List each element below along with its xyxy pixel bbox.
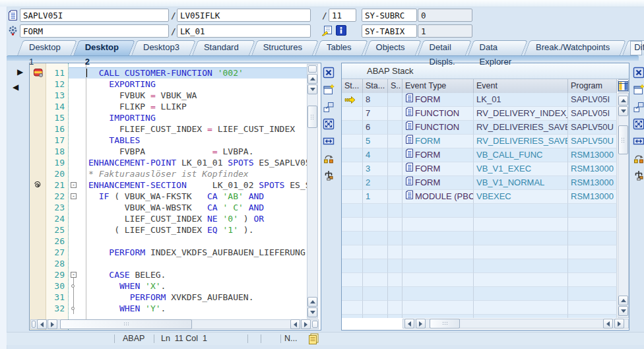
code-line-23[interactable]: 23 VBUK_WA-WBSTK CA ' C' AND <box>30 202 307 213</box>
tab-detail-displs[interactable]: Detail Displs. <box>418 40 466 55</box>
status-document-icon[interactable] <box>307 333 320 347</box>
line-margin[interactable] <box>30 79 46 90</box>
code-text[interactable]: WHEN 'X'. <box>79 280 307 292</box>
editor-scroll-down-button-bottom[interactable] <box>307 307 317 317</box>
tab-break-watchpoints[interactable]: Break./Watchpoints <box>524 40 620 55</box>
code-text[interactable]: ENHANCEMENT-POINT LK_01_01 SPOTS ES_SAPL… <box>79 157 307 168</box>
code-line-26[interactable]: 26 <box>30 236 307 247</box>
code-text[interactable] <box>79 258 307 269</box>
line-margin[interactable] <box>30 168 46 179</box>
fit-width-icon[interactable] <box>323 135 335 147</box>
code-text[interactable]: FLIKP = LLIKP <box>79 101 307 112</box>
fold-marker[interactable] <box>69 303 79 314</box>
detach-window-icon[interactable] <box>633 101 644 113</box>
line-margin[interactable] <box>30 269 46 280</box>
editor-scroll-right-button-right[interactable] <box>301 319 311 329</box>
include-field[interactable] <box>177 9 311 22</box>
fold-marker[interactable] <box>69 280 79 292</box>
code-line-32[interactable]: 32 WHEN 'Y'. <box>30 303 307 314</box>
fold-marker[interactable] <box>69 292 79 303</box>
code-text[interactable]: PERFORM XVKDFS_AUFBAUEN. <box>79 292 307 303</box>
code-line-28[interactable]: 28 <box>30 258 307 269</box>
editor-scroll-left-button[interactable] <box>37 319 47 329</box>
stack-row-level-5[interactable]: 5FORMRV_DELIVERIES_SAVESAPLV50U <box>342 135 617 148</box>
enhancement-spiral-icon[interactable] <box>30 179 46 191</box>
new-session-icon[interactable] <box>633 84 644 96</box>
editor-vscroll-thumb[interactable] <box>307 106 317 128</box>
stack-scroll-right-button-right[interactable] <box>614 319 624 329</box>
maximize-panel-icon[interactable] <box>323 118 335 130</box>
sysvar-name-field[interactable] <box>362 9 417 22</box>
code-text[interactable]: VBUK_WA-WBSTK CA ' C' AND <box>79 202 307 213</box>
stack-row-level-8[interactable]: 8FORMLK_01SAPLV05I <box>342 93 617 107</box>
stack-scroll-left-button-right[interactable] <box>603 319 613 329</box>
code-line-18[interactable]: 18 FVBPA = LVBPA. <box>30 146 307 157</box>
code-line-11[interactable]: 11 CALL CUSTOMER-FUNCTION '002' <box>30 67 307 79</box>
line-margin[interactable] <box>30 247 46 258</box>
code-line-17[interactable]: 17 TABLES <box>30 135 307 146</box>
tab-desktop-1[interactable]: Desktop 1 <box>17 40 71 55</box>
new-session-icon[interactable] <box>323 84 335 96</box>
line-margin[interactable] <box>30 303 46 314</box>
line-margin[interactable] <box>30 146 46 157</box>
stack-hscroll-thumb[interactable] <box>430 319 460 329</box>
code-text[interactable]: PERFORM INDEX_VKDFS_AUFBAUEN_LIEFERUNG. <box>79 247 307 258</box>
code-text[interactable] <box>79 236 307 247</box>
stack-scroll-right-button[interactable] <box>416 319 426 329</box>
line-margin[interactable] <box>30 213 46 224</box>
code-line-22[interactable]: 22- IF ( VBUK_WA-FKSTK CA 'AB' AND <box>30 191 307 202</box>
code-line-20[interactable]: 20* Fakturaauslöser ist Kopfindex <box>30 168 307 179</box>
editor-scroll-right-button[interactable] <box>48 319 57 329</box>
line-margin[interactable] <box>30 123 46 135</box>
tab-desktop-2[interactable]: Desktop 2 <box>73 40 129 55</box>
code-line-25[interactable]: 25 ( LIEF_CUST_INDEX EQ '1' ). <box>30 224 307 236</box>
stack-scroll-up-button[interactable] <box>618 96 628 106</box>
code-line-30[interactable]: 30 WHEN 'X'. <box>30 280 307 292</box>
stack-column-header-5[interactable]: Event <box>474 79 568 93</box>
line-margin[interactable] <box>30 292 46 303</box>
stack-column-header-3[interactable]: S.. <box>388 79 402 93</box>
editor-scroll-down-button[interactable] <box>307 84 317 94</box>
editor-scroll-up-button[interactable] <box>307 74 317 84</box>
stack-hscrollbar[interactable] <box>402 319 629 329</box>
fit-width-icon[interactable] <box>633 135 644 147</box>
swap-content-icon[interactable] <box>633 152 644 164</box>
navigate-icon[interactable] <box>321 25 333 39</box>
line-margin[interactable] <box>30 280 46 292</box>
code-text[interactable]: FVBUK = VBUK_WA <box>79 90 307 101</box>
line-margin[interactable] <box>30 202 46 213</box>
code-text[interactable]: LIEF_CUST_INDEX NE '0' ) OR <box>79 213 307 224</box>
info-icon[interactable] <box>336 25 346 38</box>
nav-forward-triangle-icon[interactable]: ▶ <box>17 67 23 77</box>
stack-row-level-1[interactable]: 1MODULE (PBO)VBEXECRSM13000 <box>342 190 617 204</box>
line-margin[interactable] <box>30 191 46 202</box>
tab-tables[interactable]: Tables <box>315 40 362 55</box>
detach-window-icon[interactable] <box>323 101 335 113</box>
stack-row-level-7[interactable]: 7FUNCTIONRV_DELIVERY_INDEX_S...SAPLV05I <box>342 107 617 121</box>
code-text[interactable]: TABLES <box>79 135 307 146</box>
stack-scroll-down-button-bottom[interactable] <box>618 306 628 316</box>
code-text[interactable]: ( LIEF_CUST_INDEX EQ '1' ). <box>79 224 307 236</box>
code-line-31[interactable]: 31 PERFORM XVKDFS_AUFBAUEN. <box>30 292 307 303</box>
tab-standard[interactable]: Standard <box>192 40 249 55</box>
nav-back-triangle-icon[interactable]: ◀ <box>13 82 18 92</box>
code-text[interactable]: CASE BELEG. <box>79 269 307 280</box>
close-panel-icon[interactable] <box>323 67 335 79</box>
code-line-16[interactable]: 16 FLIEF_CUST_INDEX = LIEF_CUST_INDEX <box>30 123 307 135</box>
editor-scroll-left-button-right[interactable] <box>290 319 300 329</box>
code-line-21[interactable]: 21-ENHANCEMENT-SECTION LK_01_02 SPOTS ES… <box>30 179 307 191</box>
stack-row-level-3[interactable]: 3FORMVB_V1_EXECRSM13000 <box>342 162 617 176</box>
stack-scroll-left-button[interactable] <box>404 319 414 329</box>
code-line-24[interactable]: 24 LIEF_CUST_INDEX NE '0' ) OR <box>30 213 307 224</box>
stack-scroll-down-button[interactable] <box>618 106 628 116</box>
code-line-13[interactable]: 13 FVBUK = VBUK_WA <box>30 90 307 101</box>
sysvar-name-field[interactable] <box>362 24 417 38</box>
swap-content-icon[interactable] <box>323 152 335 164</box>
code-text[interactable]: IF ( VBUK_WA-FKSTK CA 'AB' AND <box>79 191 307 202</box>
code-text[interactable]: ENHANCEMENT-SECTION LK_01_02 SPOTS ES_SA… <box>79 179 307 191</box>
tab-desktop3[interactable]: Desktop3 <box>131 40 190 55</box>
stack-vscroll-thumb[interactable] <box>618 125 628 154</box>
code-text[interactable]: FVBPA = LVBPA. <box>79 146 307 157</box>
fold-marker[interactable]: - <box>69 191 79 202</box>
line-margin[interactable] <box>30 112 46 123</box>
